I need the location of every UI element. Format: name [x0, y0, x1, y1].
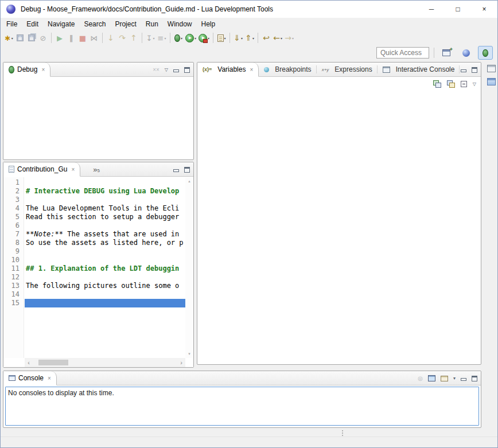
ldt-perspective-button[interactable] [458, 46, 473, 60]
menu-search[interactable]: Search [79, 18, 110, 30]
show-logical-structure-icon[interactable] [433, 80, 441, 88]
tab-console[interactable]: Console × [3, 371, 57, 385]
view-menu-icon[interactable]: ▽ [473, 81, 476, 87]
menu-run[interactable]: Run [141, 18, 163, 30]
dropdown-arrow-icon[interactable]: ▾ [453, 376, 456, 381]
close-icon[interactable]: × [41, 67, 45, 73]
minimized-view-outline-icon[interactable] [487, 78, 496, 85]
scroll-right-icon[interactable]: › [177, 359, 185, 367]
step-return-button[interactable]: ↑ ▾ [128, 32, 139, 44]
separator: ▾ [170, 33, 170, 43]
code-line[interactable]: The following pictures outline some o [25, 282, 185, 290]
debug-button[interactable]: ▾ [173, 32, 184, 44]
save-all-button[interactable]: ▾ [26, 32, 37, 44]
close-icon[interactable]: × [48, 375, 51, 381]
code-line[interactable] [25, 178, 185, 187]
tab-variables[interactable]: Variables × [197, 63, 259, 77]
window-close-button[interactable]: × [471, 1, 497, 18]
close-icon[interactable]: × [71, 166, 75, 173]
code-line[interactable] [25, 247, 185, 256]
tab-breakpoints[interactable]: Breakpoints × [259, 63, 316, 76]
maximize-view-icon[interactable] [184, 167, 190, 173]
maximize-view-icon[interactable] [472, 67, 477, 73]
open-perspective-button[interactable] [439, 46, 454, 60]
minimize-view-icon[interactable] [461, 376, 466, 381]
tab-expressions[interactable]: Expressions × [317, 63, 378, 76]
scroll-up-icon[interactable]: ▴ [188, 179, 190, 184]
code-line[interactable] [25, 221, 185, 230]
display-selected-console-icon[interactable] [428, 375, 435, 381]
minimize-view-icon[interactable] [173, 67, 179, 73]
back-button[interactable]: ← ▾ [272, 32, 283, 44]
variables-view-content[interactable] [197, 91, 481, 364]
last-edit-location-button[interactable]: ↩ ▾ [260, 32, 272, 44]
code-segment: Read this section to setup a debugger [26, 213, 179, 221]
scroll-down-icon[interactable]: ▾ [188, 352, 190, 356]
new-task-button[interactable]: ▾ [216, 32, 227, 44]
code-line[interactable] [25, 256, 185, 264]
step-into-button[interactable]: ↓ ▾ [105, 32, 116, 44]
run-button[interactable]: ▶ ▾ [184, 32, 197, 44]
code-line[interactable]: Read this section to setup a debugger [25, 213, 185, 221]
scroll-left-icon[interactable]: ‹ [25, 359, 33, 367]
previous-annotation-button[interactable]: ⇑ ▾ [244, 32, 255, 44]
tab-debug[interactable]: Debug × [3, 63, 50, 77]
collapse-all-icon[interactable] [461, 81, 467, 87]
new-button[interactable]: ∗ ▾ [3, 32, 14, 44]
forward-button[interactable]: → ▾ [283, 32, 295, 44]
step-over-button[interactable]: ↷ ▾ [116, 32, 128, 44]
debug-view-content[interactable] [3, 77, 193, 160]
menu-help[interactable]: Help [197, 18, 220, 30]
skip-breakpoints-button[interactable]: ⊘ ▾ [37, 32, 49, 44]
quick-access-box[interactable]: Quick Access [376, 47, 429, 59]
menu-edit[interactable]: Edit [22, 18, 43, 30]
resume-button[interactable]: ▶ ▾ [54, 32, 65, 44]
console-output[interactable]: No consoles to display at this time. [5, 387, 479, 426]
code-editor[interactable]: # Interactive DEBUG using Lua DevelopThe… [25, 177, 185, 358]
code-line[interactable]: **Note:** The assets that are used in [25, 230, 185, 239]
close-icon[interactable]: × [250, 67, 253, 73]
terminate-button[interactable]: ■ ▾ [77, 32, 88, 44]
maximize-view-icon[interactable] [184, 67, 190, 73]
window-minimize-button[interactable]: ─ [418, 1, 445, 18]
external-tools-button[interactable]: ▶ ▾ [197, 32, 211, 44]
minimized-view-restore-icon[interactable] [487, 65, 496, 72]
code-line[interactable] [25, 273, 185, 282]
editor-horizontal-scrollbar[interactable]: ‹ › [25, 358, 185, 367]
code-line[interactable]: So use the assets as listed here, or p [25, 239, 185, 247]
menu-navigate[interactable]: Navigate [43, 18, 79, 30]
pin-console-icon[interactable]: ◎ [418, 375, 423, 381]
run-icon: ▶ [185, 34, 194, 42]
window-maximize-button[interactable]: □ [445, 1, 471, 18]
suspend-button[interactable]: ‖ ▾ [65, 32, 77, 44]
minimize-view-icon[interactable] [173, 167, 179, 173]
code-line[interactable]: The Lua Development Tools in the Ecli [25, 204, 185, 213]
step-filters-button[interactable]: ≡ ▾ [156, 32, 168, 44]
editor-vertical-scrollbar[interactable]: ▴ ▾ [185, 177, 193, 358]
scrollbar-thumb[interactable] [38, 360, 68, 365]
next-annotation-button[interactable]: ⇓ ▾ [232, 32, 244, 44]
menu-file[interactable]: File [2, 18, 22, 30]
code-line[interactable]: ## 1. Explanation of the LDT debuggin [25, 264, 185, 273]
disconnect-button[interactable]: ⋈ ▾ [88, 32, 100, 44]
menu-project[interactable]: Project [110, 18, 141, 30]
code-line[interactable]: # Interactive DEBUG using Lua Develop [25, 187, 185, 196]
code-line[interactable] [25, 196, 185, 204]
separator: ▾ [258, 33, 258, 43]
open-console-icon[interactable] [441, 376, 448, 381]
remove-all-terminated-icon[interactable]: ×× [153, 67, 159, 73]
code-line[interactable] [25, 290, 185, 299]
tab-contribution-guide[interactable]: Contribution_Gu × [3, 162, 80, 177]
code-line[interactable] [25, 299, 185, 307]
drop-to-frame-button[interactable]: ↧ ▾ [145, 32, 156, 44]
maximize-view-icon[interactable] [472, 376, 477, 381]
sash-handle[interactable] [342, 430, 343, 436]
view-menu-icon[interactable]: ▽ [165, 67, 168, 72]
save-button[interactable]: ▾ [14, 32, 26, 44]
minimize-view-icon[interactable] [461, 67, 466, 73]
tab-interactive-console[interactable]: Interactive Console × [378, 63, 460, 76]
menu-window[interactable]: Window [163, 18, 197, 30]
show-columns-icon[interactable] [447, 80, 455, 88]
hidden-editors-button[interactable]: »5 [93, 162, 100, 176]
debug-perspective-button[interactable] [478, 46, 493, 60]
